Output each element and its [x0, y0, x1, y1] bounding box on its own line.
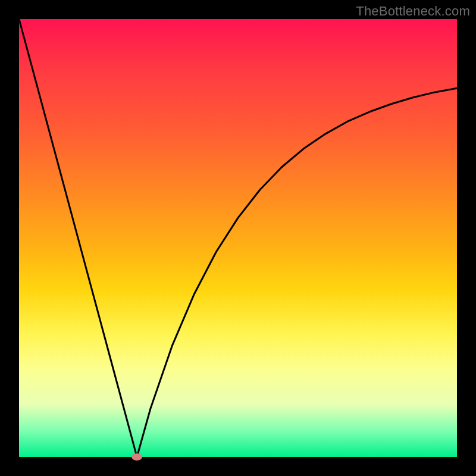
bottleneck-curve: [19, 19, 457, 457]
plot-area: [19, 19, 457, 457]
curve-path: [19, 19, 457, 457]
chart-frame: TheBottleneck.com: [0, 0, 476, 476]
watermark-text: TheBottleneck.com: [356, 4, 470, 19]
optimum-marker: [131, 453, 142, 461]
